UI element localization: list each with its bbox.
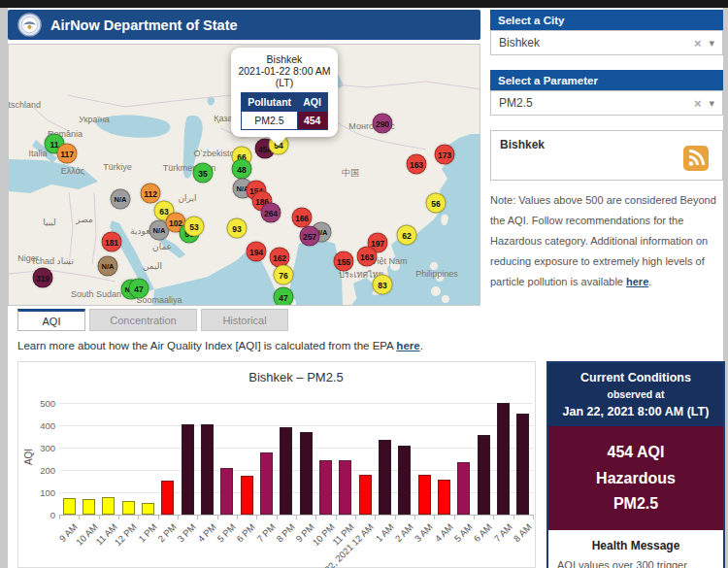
- aqi-marker[interactable]: 166: [292, 208, 313, 228]
- chart-bar: [241, 476, 253, 515]
- aqi-marker[interactable]: 264: [261, 203, 281, 223]
- conditions-aqi-value: 454 AQI: [552, 440, 719, 465]
- aqi-map[interactable]: DeutschlandУкраїнаRomâniaItaliaΕλλάςTürk…: [8, 44, 480, 306]
- health-message-text: AQI values over 300 trigger health warni…: [548, 556, 723, 568]
- x-axis-tick-label: 7 PM: [254, 521, 277, 544]
- note-here-link[interactable]: here: [626, 276, 648, 287]
- chart-bar: [339, 460, 351, 515]
- x-axis-tick: [138, 516, 139, 519]
- x-axis-tick-label: 6 PM: [234, 521, 256, 544]
- learn-more-text: Learn more about how the Air Quality Ind…: [17, 340, 396, 351]
- aqi-marker[interactable]: N/A: [111, 189, 131, 210]
- chart-bar: [142, 503, 154, 515]
- aqi-marker[interactable]: 163: [407, 154, 427, 175]
- x-axis-tick: [454, 516, 455, 519]
- parameter-select[interactable]: PM2.5 × ▾: [490, 90, 723, 116]
- popup-col-aqi: AQI: [297, 93, 327, 112]
- aqi-marker[interactable]: 53: [184, 217, 205, 237]
- aqi-marker[interactable]: 155: [334, 251, 354, 272]
- chart-bar: [300, 432, 313, 515]
- popup-tail: [268, 136, 287, 146]
- x-axis-tick: [414, 516, 415, 519]
- clear-city-icon[interactable]: ×: [686, 36, 710, 50]
- chart-bar: [161, 481, 174, 515]
- x-axis-tick-label: 5 AM: [452, 521, 475, 544]
- top-black-bar: [0, 0, 728, 8]
- rss-icon[interactable]: [683, 146, 709, 175]
- aqi-marker[interactable]: 112: [141, 184, 161, 204]
- conditions-title: Current Conditions: [552, 369, 719, 387]
- aqi-marker[interactable]: 290: [373, 114, 393, 134]
- aqi-marker[interactable]: 117: [57, 144, 78, 164]
- chart-bar: [497, 403, 510, 515]
- x-axis-tick-label: 6 AM: [472, 521, 494, 544]
- x-axis-tick: [277, 516, 278, 519]
- current-conditions-panel: Current Conditions observed at Jan 22, 2…: [546, 361, 725, 568]
- x-axis-tick: [513, 516, 514, 519]
- x-axis-tick-label: 2 AM: [393, 521, 415, 544]
- epa-here-link[interactable]: here: [396, 340, 419, 351]
- aqi-marker[interactable]: 194: [247, 242, 267, 262]
- x-axis-tick: [355, 516, 356, 519]
- aqi-marker[interactable]: 83: [373, 275, 393, 295]
- popup-aqi-value: 454: [297, 112, 327, 130]
- aqi-marker[interactable]: 47: [129, 279, 149, 299]
- aqi-marker[interactable]: 93: [227, 218, 248, 239]
- app-header: AirNow Department of State: [8, 10, 480, 40]
- x-axis-tick: [197, 516, 198, 519]
- city-dropdown-caret-icon[interactable]: ▾: [709, 37, 722, 50]
- popup-datetime: 2021-01-22 8:00 AM: [236, 65, 333, 77]
- note-period: .: [648, 276, 651, 287]
- health-message-title: Health Message: [548, 539, 723, 552]
- learn-more-period: .: [420, 340, 423, 351]
- x-axis-tick-label: 5 PM: [215, 521, 237, 544]
- tab-concentration[interactable]: Concentration: [89, 309, 197, 331]
- aqi-marker[interactable]: 181: [102, 232, 122, 252]
- aqi-marker[interactable]: 76: [274, 265, 294, 285]
- aqi-marker[interactable]: 35: [193, 163, 214, 184]
- aqi-marker[interactable]: 257: [300, 226, 320, 247]
- x-axis-tick: [493, 516, 494, 519]
- parameter-dropdown-caret-icon[interactable]: ▾: [709, 97, 722, 110]
- chart-title: Bishkek – PM2.5: [59, 370, 533, 384]
- x-axis-tick: [158, 516, 159, 519]
- conditions-subtitle: observed at: [552, 387, 719, 403]
- chart-bar: [379, 440, 391, 515]
- chart-bar: [359, 475, 372, 515]
- app-title: AirNow Department of State: [50, 17, 238, 33]
- feed-city-label: Bishkek: [500, 138, 545, 151]
- aqi-marker[interactable]: 56: [426, 193, 447, 214]
- x-axis-tick-label: 8 PM: [274, 521, 296, 544]
- aqi-marker[interactable]: 48: [232, 159, 252, 180]
- x-axis-tick-label: 1 AM: [373, 521, 395, 544]
- aqi-marker[interactable]: 173: [435, 145, 455, 165]
- x-axis-tick: [237, 516, 238, 519]
- select-city-header: Select a City: [490, 10, 723, 30]
- aqi-marker[interactable]: N/A: [98, 256, 118, 277]
- tab-historical[interactable]: Historical: [201, 309, 288, 331]
- aqi-marker[interactable]: 319: [33, 268, 53, 288]
- x-axis-tick-label: 7 AM: [491, 521, 513, 544]
- aqi-marker[interactable]: 163: [357, 247, 378, 267]
- y-axis-tick-label: 0: [22, 510, 55, 520]
- conditions-aqi-pollutant: PM2.5: [552, 491, 719, 517]
- aqi-marker[interactable]: 62: [397, 225, 417, 246]
- chart-gridline: [59, 448, 533, 449]
- state-department-seal-icon: [17, 13, 42, 37]
- x-axis-tick: [178, 516, 179, 519]
- beyond-aqi-note: Note: Values above 500 are considered Be…: [490, 190, 725, 291]
- chart-bar: [478, 435, 490, 515]
- conditions-datetime: Jan 22, 2021 8:00 AM (LT): [552, 403, 719, 421]
- aqi-marker[interactable]: 47: [274, 287, 294, 307]
- clear-parameter-icon[interactable]: ×: [686, 96, 710, 111]
- city-select[interactable]: Bishkek × ▾: [490, 30, 723, 55]
- x-axis-tick: [99, 516, 100, 519]
- parameter-select-value: PM2.5: [499, 96, 533, 110]
- tab-aqi[interactable]: AQI: [17, 309, 85, 331]
- x-axis-tick: [296, 516, 297, 519]
- x-axis-tick: [217, 516, 218, 519]
- conditions-aqi-category: Hazardous: [552, 466, 719, 491]
- x-axis-tick: [474, 516, 475, 519]
- chart-bar: [260, 452, 273, 515]
- x-axis-tick-label: 4 AM: [432, 521, 454, 544]
